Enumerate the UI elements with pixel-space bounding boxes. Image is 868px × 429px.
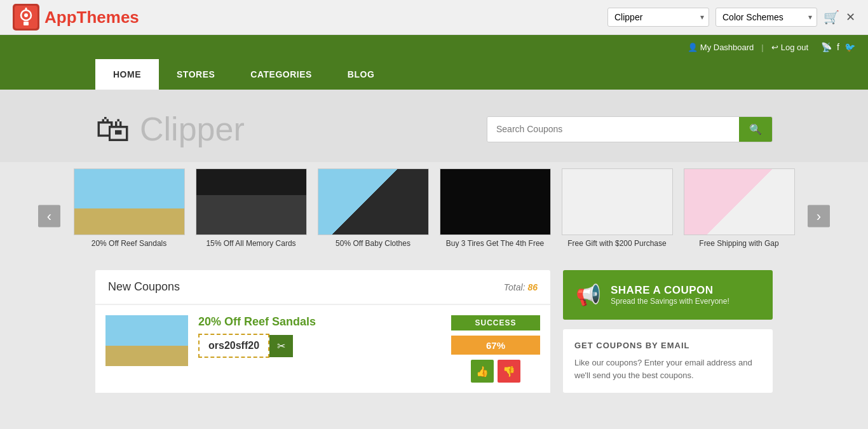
carousel-next[interactable]: › (808, 205, 830, 228)
brand-name: Clipper (140, 110, 245, 148)
carousel-item-5[interactable]: Free Gift with $200 Purchase (560, 168, 674, 248)
search-button[interactable]: 🔍 (739, 117, 772, 142)
vote-buttons: 👍 👎 (471, 360, 520, 383)
dashboard-icon: 👤 (688, 43, 698, 52)
megaphone-icon: 📢 (576, 283, 601, 307)
carousel-label-6: Free Shipping with Gap (699, 239, 778, 248)
carousel-label-5: Free Gift with $200 Purchase (567, 239, 666, 248)
search-box: 🔍 (487, 116, 773, 142)
carousel-item-3[interactable]: 50% Off Baby Clothes (316, 168, 430, 248)
coupons-section: New Coupons Total: 86 20% Off Reef Sanda… (95, 270, 550, 393)
carousel-label-2: 15% Off All Memory Cards (206, 239, 295, 248)
clipper-select-wrapper[interactable]: Clipper (607, 8, 709, 27)
carousel-thumb-gift (562, 168, 673, 235)
main-content: New Coupons Total: 86 20% Off Reef Sanda… (0, 261, 868, 412)
separator: | (761, 43, 763, 52)
carousel-section: ‹ 20% Off Reef Sandals 15% Off All Memor… (0, 162, 868, 261)
carousel-prev[interactable]: ‹ (38, 205, 60, 228)
carousel-thumb-memory (196, 168, 307, 235)
carousel-thumb-baby (318, 168, 429, 235)
rss-icon[interactable]: 📡 (821, 42, 832, 52)
nav-categories[interactable]: CATEGORIES (233, 59, 330, 90)
share-coupon-box[interactable]: 📢 SHARE A COUPON Spread the Savings with… (563, 270, 773, 320)
carousel-thumb-reef (74, 168, 185, 235)
coupons-title: New Coupons (108, 280, 180, 294)
facebook-icon[interactable]: f (837, 42, 839, 52)
share-coupon-text: SHARE A COUPON Spread the Savings with E… (611, 284, 729, 306)
svg-point-3 (24, 13, 28, 17)
carousel-label-3: 50% Off Baby Clothes (336, 239, 410, 248)
main-nav: HOME STORES CATEGORIES BLOG (0, 59, 868, 90)
carousel-item-2[interactable]: 15% Off All Memory Cards (194, 168, 308, 248)
nav-blog[interactable]: BLOG (330, 59, 392, 90)
coupon-title: 20% Off Reef Sandals (198, 315, 441, 329)
coupon-info: 20% Off Reef Sandals ors20sff20 ✂ (198, 315, 441, 358)
svg-rect-4 (24, 22, 29, 25)
logo-area: AppThemes (13, 4, 607, 31)
logout-link[interactable]: ↩ Log out (771, 43, 808, 52)
scissors-button[interactable]: ✂ (269, 335, 293, 357)
hero-area: 🛍 Clipper 🔍 (0, 90, 868, 162)
email-box-text: Like our coupons? Enter your email addre… (574, 357, 761, 381)
utility-bar: 👤 My Dashboard | ↩ Log out 📡 f 🐦 (0, 35, 868, 59)
top-bar-right: Clipper Color Schemes 🛒 ✕ (607, 8, 855, 27)
svg-rect-5 (25, 8, 27, 10)
carousel-label-1: 20% Off Reef Sandals (92, 239, 167, 248)
total-text: Total: 86 (504, 282, 538, 292)
twitter-icon[interactable]: 🐦 (844, 42, 855, 52)
logo-text: AppThemes (44, 8, 139, 27)
nav-stores[interactable]: STORES (159, 59, 233, 90)
coupon-right: SUCCESS 67% 👍 👎 (451, 315, 540, 383)
carousel-container: 20% Off Reef Sandals 15% Off All Memory … (64, 168, 804, 248)
dashboard-link[interactable]: 👤 My Dashboard (688, 43, 754, 52)
vote-up-button[interactable]: 👍 (471, 360, 494, 383)
sidebar: 📢 SHARE A COUPON Spread the Savings with… (563, 270, 773, 393)
carousel-thumb-tires (440, 168, 551, 235)
nav-home[interactable]: HOME (95, 59, 159, 90)
coupon-code-row: ors20sff20 ✂ (198, 334, 441, 358)
search-input[interactable] (487, 117, 739, 142)
progress-bar: 67% (451, 336, 540, 355)
brand-logo: 🛍 Clipper (95, 109, 245, 149)
logout-icon: ↩ (771, 43, 778, 52)
success-badge: SUCCESS (451, 315, 540, 330)
email-box: GET COUPONS BY EMAIL Like our coupons? E… (563, 329, 773, 393)
color-scheme-select[interactable]: Color Schemes (715, 8, 817, 27)
coupon-card: 20% Off Reef Sandals ors20sff20 ✂ SUCCES… (95, 304, 550, 393)
clipper-select[interactable]: Clipper (607, 8, 709, 27)
carousel-item-6[interactable]: Free Shipping with Gap (682, 168, 796, 248)
close-button[interactable]: ✕ (846, 10, 855, 24)
top-bar: AppThemes Clipper Color Schemes 🛒 ✕ (0, 0, 868, 35)
cart-button[interactable]: 🛒 (824, 10, 839, 25)
carousel-item-1[interactable]: 20% Off Reef Sandals (72, 168, 186, 248)
vote-down-button[interactable]: 👎 (498, 360, 520, 383)
bag-icon: 🛍 (95, 109, 130, 149)
color-scheme-select-wrapper[interactable]: Color Schemes (715, 8, 817, 27)
coupon-thumbnail (105, 315, 188, 366)
email-box-title: GET COUPONS BY EMAIL (574, 341, 761, 350)
carousel-thumb-gap (684, 168, 795, 235)
carousel-item-4[interactable]: Buy 3 Tires Get The 4th Free (438, 168, 552, 248)
logo-icon (13, 4, 39, 31)
coupons-header: New Coupons Total: 86 (95, 270, 550, 304)
social-icons: 📡 f 🐦 (821, 42, 855, 52)
carousel-label-4: Buy 3 Tires Get The 4th Free (446, 239, 545, 248)
coupon-code: ors20sff20 (198, 334, 269, 358)
